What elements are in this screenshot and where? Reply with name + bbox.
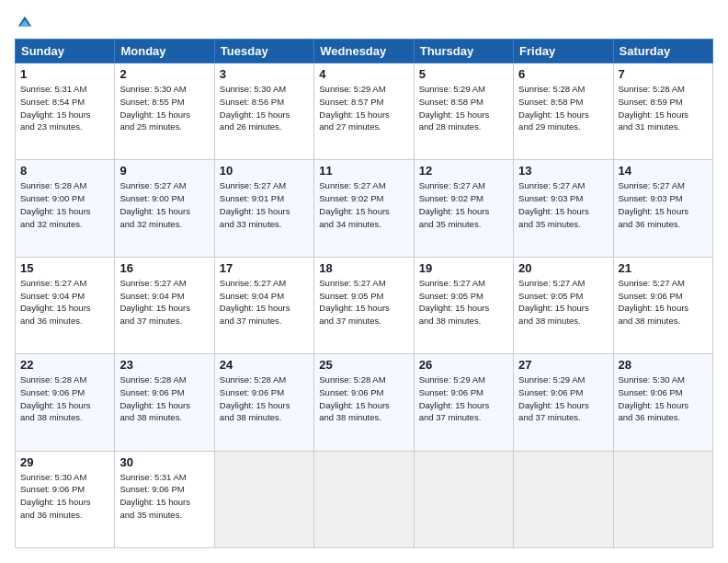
day-info: Sunrise: 5:27 AM Sunset: 9:05 PM Dayligh… <box>419 277 508 327</box>
logo <box>15 15 33 31</box>
calendar-cell: 4Sunrise: 5:29 AM Sunset: 8:57 PM Daylig… <box>314 63 414 160</box>
day-number: 23 <box>119 358 209 372</box>
calendar-cell: 12Sunrise: 5:27 AM Sunset: 9:02 PM Dayli… <box>414 160 513 257</box>
day-number: 14 <box>619 164 708 178</box>
calendar-cell: 21Sunrise: 5:27 AM Sunset: 9:06 PM Dayli… <box>613 257 712 353</box>
calendar-week-1: 1Sunrise: 5:31 AM Sunset: 8:54 PM Daylig… <box>16 63 713 160</box>
calendar-week-5: 29Sunrise: 5:30 AM Sunset: 9:06 PM Dayli… <box>16 451 713 547</box>
calendar-cell <box>514 451 613 547</box>
calendar-cell: 16Sunrise: 5:27 AM Sunset: 9:04 PM Dayli… <box>115 257 214 353</box>
day-info: Sunrise: 5:28 AM Sunset: 8:58 PM Dayligh… <box>518 83 608 133</box>
weekday-header-sunday: Sunday <box>16 40 115 63</box>
day-number: 15 <box>20 261 109 275</box>
calendar-cell: 15Sunrise: 5:27 AM Sunset: 9:04 PM Dayli… <box>16 257 115 353</box>
header <box>15 15 713 31</box>
logo-icon <box>17 15 33 31</box>
day-info: Sunrise: 5:27 AM Sunset: 9:05 PM Dayligh… <box>518 277 608 327</box>
calendar-cell: 29Sunrise: 5:30 AM Sunset: 9:06 PM Dayli… <box>16 451 115 547</box>
weekday-header-thursday: Thursday <box>414 40 513 63</box>
calendar-cell: 23Sunrise: 5:28 AM Sunset: 9:06 PM Dayli… <box>115 354 214 451</box>
day-info: Sunrise: 5:27 AM Sunset: 9:02 PM Dayligh… <box>319 179 408 230</box>
day-info: Sunrise: 5:27 AM Sunset: 9:03 PM Dayligh… <box>619 179 708 230</box>
calendar-cell: 30Sunrise: 5:31 AM Sunset: 9:06 PM Dayli… <box>115 451 214 547</box>
day-info: Sunrise: 5:27 AM Sunset: 9:04 PM Dayligh… <box>220 277 309 327</box>
day-info: Sunrise: 5:27 AM Sunset: 9:01 PM Dayligh… <box>220 179 309 230</box>
day-number: 20 <box>518 261 608 275</box>
calendar-cell: 27Sunrise: 5:29 AM Sunset: 9:06 PM Dayli… <box>514 354 613 451</box>
weekday-header-friday: Friday <box>514 40 613 63</box>
calendar-cell: 7Sunrise: 5:28 AM Sunset: 8:59 PM Daylig… <box>613 63 712 160</box>
day-number: 6 <box>518 67 608 81</box>
day-info: Sunrise: 5:27 AM Sunset: 9:05 PM Dayligh… <box>319 277 408 327</box>
day-number: 10 <box>220 164 309 178</box>
day-number: 24 <box>220 358 309 372</box>
calendar-cell: 17Sunrise: 5:27 AM Sunset: 9:04 PM Dayli… <box>214 257 313 353</box>
calendar-cell: 19Sunrise: 5:27 AM Sunset: 9:05 PM Dayli… <box>414 257 513 353</box>
weekday-row: SundayMondayTuesdayWednesdayThursdayFrid… <box>16 40 713 63</box>
day-info: Sunrise: 5:27 AM Sunset: 9:03 PM Dayligh… <box>518 179 608 230</box>
day-info: Sunrise: 5:31 AM Sunset: 9:06 PM Dayligh… <box>119 471 209 522</box>
calendar-cell: 8Sunrise: 5:28 AM Sunset: 9:00 PM Daylig… <box>16 160 115 257</box>
calendar-cell: 24Sunrise: 5:28 AM Sunset: 9:06 PM Dayli… <box>214 354 313 451</box>
day-number: 7 <box>619 67 708 81</box>
day-info: Sunrise: 5:28 AM Sunset: 9:06 PM Dayligh… <box>20 373 109 424</box>
day-number: 19 <box>419 261 508 275</box>
calendar-cell: 11Sunrise: 5:27 AM Sunset: 9:02 PM Dayli… <box>314 160 414 257</box>
day-info: Sunrise: 5:29 AM Sunset: 9:06 PM Dayligh… <box>518 373 608 424</box>
day-number: 2 <box>119 67 209 81</box>
calendar-table: SundayMondayTuesdayWednesdayThursdayFrid… <box>15 39 713 548</box>
calendar-cell <box>214 451 313 547</box>
day-info: Sunrise: 5:29 AM Sunset: 8:57 PM Dayligh… <box>319 83 408 133</box>
calendar-cell <box>414 451 513 547</box>
day-info: Sunrise: 5:28 AM Sunset: 8:59 PM Dayligh… <box>619 83 708 133</box>
day-number: 29 <box>20 455 109 469</box>
day-number: 17 <box>220 261 309 275</box>
calendar-body: 1Sunrise: 5:31 AM Sunset: 8:54 PM Daylig… <box>16 63 713 548</box>
calendar-cell: 10Sunrise: 5:27 AM Sunset: 9:01 PM Dayli… <box>214 160 313 257</box>
day-number: 8 <box>20 164 109 178</box>
day-number: 4 <box>319 67 408 81</box>
calendar-cell: 5Sunrise: 5:29 AM Sunset: 8:58 PM Daylig… <box>414 63 513 160</box>
day-info: Sunrise: 5:31 AM Sunset: 8:54 PM Dayligh… <box>20 83 109 133</box>
calendar-header: SundayMondayTuesdayWednesdayThursdayFrid… <box>16 40 713 63</box>
weekday-header-wednesday: Wednesday <box>314 40 414 63</box>
day-info: Sunrise: 5:27 AM Sunset: 9:06 PM Dayligh… <box>619 277 708 327</box>
day-info: Sunrise: 5:28 AM Sunset: 9:06 PM Dayligh… <box>319 373 408 424</box>
calendar-cell: 2Sunrise: 5:30 AM Sunset: 8:55 PM Daylig… <box>115 63 214 160</box>
day-number: 28 <box>619 358 708 372</box>
calendar-week-4: 22Sunrise: 5:28 AM Sunset: 9:06 PM Dayli… <box>16 354 713 451</box>
day-number: 25 <box>319 358 408 372</box>
calendar-cell: 1Sunrise: 5:31 AM Sunset: 8:54 PM Daylig… <box>16 63 115 160</box>
day-number: 18 <box>319 261 408 275</box>
day-info: Sunrise: 5:27 AM Sunset: 9:02 PM Dayligh… <box>419 179 508 230</box>
day-info: Sunrise: 5:28 AM Sunset: 9:06 PM Dayligh… <box>119 373 209 424</box>
day-info: Sunrise: 5:30 AM Sunset: 8:56 PM Dayligh… <box>220 83 309 133</box>
day-info: Sunrise: 5:28 AM Sunset: 9:00 PM Dayligh… <box>20 179 109 230</box>
calendar-week-2: 8Sunrise: 5:28 AM Sunset: 9:00 PM Daylig… <box>16 160 713 257</box>
calendar-cell: 18Sunrise: 5:27 AM Sunset: 9:05 PM Dayli… <box>314 257 414 353</box>
day-info: Sunrise: 5:29 AM Sunset: 8:58 PM Dayligh… <box>419 83 508 133</box>
day-number: 3 <box>220 67 309 81</box>
day-number: 1 <box>20 67 109 81</box>
calendar-cell: 14Sunrise: 5:27 AM Sunset: 9:03 PM Dayli… <box>613 160 712 257</box>
calendar-cell <box>613 451 712 547</box>
day-info: Sunrise: 5:28 AM Sunset: 9:06 PM Dayligh… <box>220 373 309 424</box>
weekday-header-tuesday: Tuesday <box>214 40 313 63</box>
day-number: 13 <box>518 164 608 178</box>
day-info: Sunrise: 5:30 AM Sunset: 9:06 PM Dayligh… <box>619 373 708 424</box>
calendar-cell: 28Sunrise: 5:30 AM Sunset: 9:06 PM Dayli… <box>613 354 712 451</box>
day-number: 9 <box>119 164 209 178</box>
weekday-header-monday: Monday <box>115 40 214 63</box>
day-number: 26 <box>419 358 508 372</box>
weekday-header-saturday: Saturday <box>613 40 712 63</box>
day-info: Sunrise: 5:29 AM Sunset: 9:06 PM Dayligh… <box>419 373 508 424</box>
day-info: Sunrise: 5:30 AM Sunset: 9:06 PM Dayligh… <box>20 471 109 522</box>
page: SundayMondayTuesdayWednesdayThursdayFrid… <box>0 0 728 563</box>
day-number: 30 <box>119 455 209 469</box>
calendar-cell: 26Sunrise: 5:29 AM Sunset: 9:06 PM Dayli… <box>414 354 513 451</box>
calendar-week-3: 15Sunrise: 5:27 AM Sunset: 9:04 PM Dayli… <box>16 257 713 353</box>
day-info: Sunrise: 5:30 AM Sunset: 8:55 PM Dayligh… <box>119 83 209 133</box>
calendar-cell: 20Sunrise: 5:27 AM Sunset: 9:05 PM Dayli… <box>514 257 613 353</box>
day-number: 5 <box>419 67 508 81</box>
calendar-cell: 25Sunrise: 5:28 AM Sunset: 9:06 PM Dayli… <box>314 354 414 451</box>
